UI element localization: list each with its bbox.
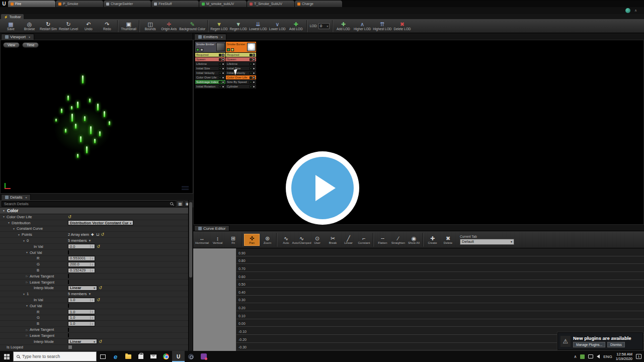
curve-tool-button[interactable]: ◉ Show All [406, 234, 422, 246]
curve-tool-button[interactable]: ↔ Horizontal [194, 234, 210, 246]
dismiss-button[interactable]: Dismiss [607, 342, 625, 347]
toolbar-button[interactable]: ✎ Background Color [178, 21, 206, 31]
video-play-overlay[interactable] [286, 151, 359, 225]
category-header-color[interactable]: ▼ Color [0, 208, 189, 214]
spinner-icon[interactable]: ↕ [90, 269, 93, 272]
module-enabled-checkbox[interactable] [222, 76, 224, 79]
current-tab-dropdown[interactable]: Default ▾ [460, 239, 514, 245]
module-enabled-checkbox[interactable] [253, 63, 255, 65]
property-row[interactable]: G 1.0 ↕ 1.0 ▾ 1.0 [0, 315, 189, 321]
expander-icon[interactable]: ▼ [2, 209, 6, 212]
toolbar-tab[interactable]: ⚡ Toolbar [1, 14, 24, 19]
details-tab-caret-icon[interactable]: ▾ [25, 196, 27, 199]
toolbar-button[interactable] [139, 20, 140, 32]
window-tab[interactable]: M_smoke_subUV [199, 1, 247, 7]
members-caret-icon[interactable]: ▾ [89, 292, 91, 296]
module-enabled-checkbox[interactable] [222, 67, 224, 70]
emitter-solo-checkbox[interactable] [200, 48, 203, 51]
spinner-icon[interactable]: ↕ [90, 299, 93, 302]
network-icon[interactable] [588, 354, 593, 358]
value-field[interactable]: 1.0 ↕ [68, 298, 95, 303]
tray-expand-icon[interactable]: ∧ [574, 354, 577, 359]
lod-caret-icon[interactable]: ▾ [327, 25, 328, 28]
taskbar-app-icon[interactable] [134, 351, 147, 362]
curve-tool-button[interactable]: ∕ Straighten [390, 234, 406, 246]
emitter-module[interactable]: Initial Velocity [195, 71, 225, 75]
emitter-module[interactable]: Required [195, 53, 225, 57]
collapse-icon[interactable]: ∧ [634, 9, 637, 13]
emitter-module[interactable]: Color Over Life [195, 75, 225, 79]
emitter-enabled-checkbox[interactable] [227, 48, 230, 51]
value-field[interactable]: 1.0 ↕ [68, 315, 95, 320]
property-row[interactable]: Interp Mode Linear ↕ Linear ▾ [0, 286, 189, 292]
expander-icon[interactable]: ▼ [25, 304, 29, 307]
value-field[interactable]: 0.0 ↕ [68, 244, 95, 249]
toolbar-button[interactable]: ↻ Restart Level [58, 21, 79, 31]
property-row[interactable]: ▷ Arrive Tangent ↕ ▾ [0, 274, 189, 280]
expander-icon[interactable]: ▷ [25, 334, 29, 337]
toolbar-button[interactable] [306, 20, 307, 32]
toolbar-button[interactable]: ◎ Browse [20, 21, 39, 31]
toolbar-button[interactable]: ▼ Regen LOD [209, 21, 228, 31]
curve-tool-button[interactable]: ✂ Break [325, 234, 341, 246]
module-curve-icon[interactable] [219, 85, 221, 88]
module-enabled-checkbox[interactable] [222, 72, 224, 74]
curve-tool-button[interactable]: ╱ Linear [341, 234, 356, 246]
emitter-module[interactable]: SubImage Index [195, 80, 225, 84]
module-enabled-checkbox[interactable] [253, 72, 255, 74]
color-bar[interactable] [68, 328, 69, 332]
taskbar-app-icon[interactable] [97, 351, 109, 362]
color-bar[interactable] [68, 250, 69, 254]
curve-tool-button[interactable]: ╌ Flatten [375, 234, 390, 246]
spinner-icon[interactable]: ↕ [90, 310, 93, 313]
emitter-module[interactable]: Size By Speed [226, 80, 256, 84]
start-button[interactable] [0, 351, 13, 362]
emitter-module[interactable]: Lifetime [195, 62, 225, 66]
reset-to-default-icon[interactable]: ↺ [68, 215, 71, 219]
tray-app-icon[interactable] [580, 354, 585, 359]
reset-to-default-icon[interactable]: ↺ [97, 298, 100, 302]
curve-tool-button[interactable] [242, 233, 243, 247]
details-scrollbar[interactable] [188, 200, 193, 351]
taskbar-app-icon[interactable]: U [172, 351, 185, 362]
module-curve-icon[interactable] [219, 58, 221, 61]
search-details-input[interactable]: Search Details [2, 201, 176, 207]
play-button-circle[interactable] [291, 157, 354, 219]
toolbar-button[interactable]: ∧ Higher LOD [353, 21, 372, 31]
emitter-solo-checkbox[interactable] [231, 48, 234, 51]
emitters-canvas[interactable]: Smoke Emitter Required Spawn [193, 40, 644, 225]
expander-icon[interactable]: ▼ [22, 293, 26, 296]
module-curve-icon[interactable] [250, 54, 252, 56]
toolbar-button[interactable]: ↻ Restart Sim [39, 21, 58, 31]
module-curve-icon[interactable] [250, 81, 252, 83]
value-field[interactable]: 1.0 ↕ [68, 321, 95, 326]
property-row[interactable]: ▼ 1 5 members ↕ 5 members ▾ [0, 291, 189, 297]
curve-tool-button[interactable] [423, 233, 424, 247]
window-tab[interactable]: T_Smoke_SubUV [247, 1, 294, 7]
add-element-icon[interactable]: ✚ [91, 233, 94, 237]
toolbar-button[interactable] [332, 20, 333, 32]
property-row[interactable]: B 0.152429 ↕ 0.152429 ▾ [0, 267, 189, 274]
delete-element-icon[interactable]: ⊔ [96, 232, 99, 237]
expander-icon[interactable]: ▼ [12, 227, 16, 230]
action-center-icon[interactable]: 1 [636, 354, 641, 359]
reset-to-default-icon[interactable]: ↺ [97, 244, 100, 249]
module-curve-icon[interactable] [219, 63, 221, 65]
value-field[interactable]: 0.553001 ↕ [68, 256, 95, 261]
spinner-icon[interactable]: ↕ [90, 245, 93, 248]
expander-icon[interactable]: ▼ [25, 251, 29, 254]
dropdown-field[interactable]: Linear ▾ [68, 339, 97, 344]
value-field[interactable]: 200.0 ↕ [68, 262, 95, 267]
language-indicator[interactable]: ENG [603, 354, 612, 359]
particle-viewport[interactable]: View Time [0, 40, 193, 194]
property-row[interactable]: ▼ Distribution Distribution Vector Const… [0, 220, 189, 226]
toolbar-button[interactable]: ⇈ Highest LOD [372, 21, 392, 31]
toolbar-button[interactable]: ▣ Thumbnail [119, 21, 138, 31]
module-enabled-checkbox[interactable] [222, 54, 224, 56]
curve-tool-button[interactable]: ⊙ User [309, 234, 325, 246]
account-icon[interactable] [625, 8, 630, 13]
emitter-enabled-checkbox[interactable] [196, 48, 199, 51]
taskbar-app-icon[interactable] [147, 351, 159, 362]
property-row[interactable]: ▼ 0 5 members ↕ 5 members ▾ [0, 238, 189, 244]
emitter-module[interactable]: Initial Size [195, 66, 225, 70]
